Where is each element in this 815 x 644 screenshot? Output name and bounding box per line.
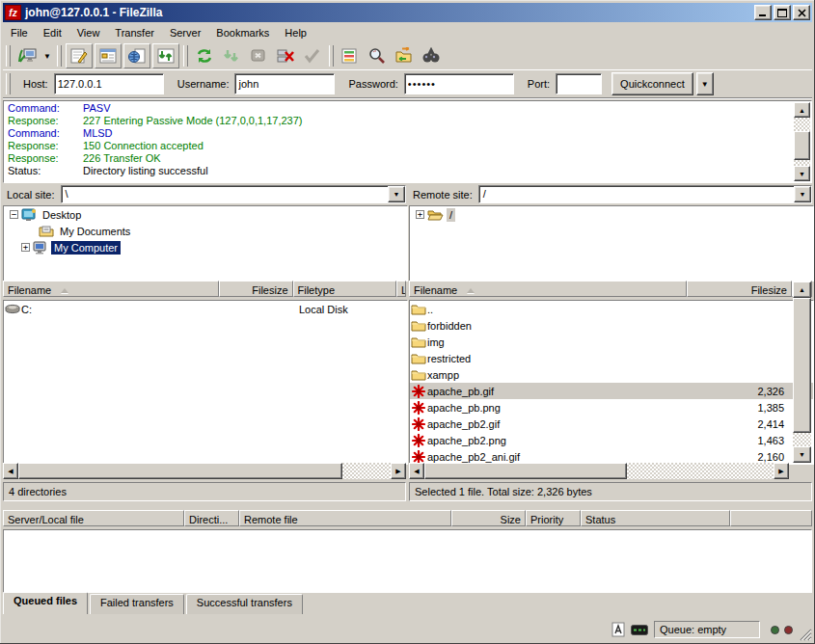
host-input[interactable] [54, 73, 164, 94]
scroll-track[interactable] [424, 463, 774, 479]
scroll-left-button[interactable]: ◀ [409, 463, 424, 479]
menu-bookmarks[interactable]: Bookmarks [208, 24, 277, 41]
remote-hscrollbar[interactable]: ◀ ▶ [409, 463, 789, 479]
tree-item-root[interactable]: + / [410, 206, 813, 223]
toggle-local-tree-button[interactable] [95, 43, 122, 68]
list-item[interactable]: xampp [410, 366, 813, 383]
directory-comparison-button[interactable] [338, 44, 363, 67]
find-files-button[interactable] [365, 44, 390, 67]
message-log-content: Command:PASVResponse:227 Entering Passiv… [5, 102, 794, 181]
local-site-combo[interactable]: \ ▼ [61, 185, 406, 203]
toolbar-grip[interactable] [6, 45, 11, 67]
local-site-label: Local site: [3, 189, 61, 201]
queue-column-header[interactable]: Size [451, 510, 526, 526]
refresh-button[interactable] [192, 44, 217, 67]
toggle-remote-tree-button[interactable] [123, 43, 150, 68]
scroll-track[interactable] [18, 463, 391, 479]
expand-icon[interactable]: + [21, 243, 30, 252]
queue-column-header[interactable]: Priority [526, 510, 581, 526]
transfer-type-indicator[interactable] [611, 622, 626, 637]
column-header-filename[interactable]: Filename [3, 281, 219, 297]
tab-successful-transfers[interactable]: Successful transfers [186, 594, 303, 614]
scroll-right-button[interactable]: ▶ [391, 463, 406, 479]
close-button[interactable] [793, 5, 810, 20]
scroll-down-button[interactable]: ▼ [793, 446, 811, 463]
minimize-button[interactable] [754, 5, 772, 20]
scroll-left-button[interactable]: ◀ [3, 463, 18, 479]
scroll-down-button[interactable]: ▼ [794, 166, 810, 181]
column-header-filesize[interactable]: Filesize [687, 281, 792, 297]
scroll-right-button[interactable]: ▶ [774, 463, 789, 479]
tree-item-desktop[interactable]: − Desktop [4, 206, 407, 223]
menu-edit[interactable]: Edit [36, 24, 69, 41]
quickconnect-button[interactable]: Quickconnect [611, 72, 693, 95]
disconnect-button[interactable] [273, 44, 298, 67]
expand-icon[interactable]: + [416, 210, 424, 219]
remote-site-combo[interactable]: / ▼ [478, 185, 812, 203]
local-tree: − Desktop My Documents + My Computer [3, 205, 408, 282]
list-item[interactable]: .. [410, 301, 813, 317]
encryption-status-indicator[interactable] [631, 625, 648, 635]
list-item[interactable]: img [410, 334, 813, 350]
local-hscrollbar[interactable]: ◀ ▶ [3, 463, 406, 479]
queue-column-header[interactable]: Status [581, 510, 730, 526]
site-manager-dropdown-button[interactable]: ▼ [41, 45, 54, 67]
list-item[interactable]: apache_pb.png1,385 [410, 399, 813, 416]
port-input[interactable] [556, 73, 602, 94]
queue-column-header[interactable]: Directi... [184, 510, 239, 526]
resize-grip[interactable] [799, 628, 812, 641]
process-queue-button[interactable] [219, 44, 244, 67]
queue-header: Server/Local fileDirecti...Remote fileSi… [3, 510, 812, 529]
scroll-thumb[interactable] [18, 463, 342, 479]
queue-column-header[interactable]: Remote file [239, 510, 451, 526]
column-header-filetype[interactable]: Filetype [293, 281, 396, 297]
queue-column-header[interactable]: Server/Local file [3, 510, 184, 526]
toggle-transfer-queue-button[interactable] [152, 43, 179, 68]
chevron-down-icon[interactable]: ▼ [794, 186, 811, 202]
tab-failed-transfers[interactable]: Failed transfers [90, 594, 184, 614]
menu-view[interactable]: View [69, 24, 108, 41]
list-item[interactable]: apache_pb.gif2,326 [410, 383, 813, 399]
scroll-thumb[interactable] [794, 131, 810, 160]
tab-queued-files[interactable]: Queued files [3, 592, 88, 614]
log-text: 150 Connection accepted [83, 140, 204, 152]
reconnect-button[interactable] [300, 44, 325, 67]
message-log-icon [69, 47, 89, 65]
quickconnect-grip[interactable] [6, 73, 11, 94]
title-bar[interactable]: fz john@127.0.0.1 - FileZilla [3, 3, 812, 22]
remote-vscrollbar[interactable]: ▲ ▼ [793, 282, 811, 463]
filter-button[interactable] [419, 44, 444, 67]
scroll-thumb[interactable] [424, 463, 627, 479]
desktop-icon [21, 208, 37, 222]
list-item[interactable]: restricted [410, 350, 813, 366]
maximize-button[interactable] [774, 5, 791, 20]
list-item[interactable]: apache_pb2.gif2,414 [410, 416, 813, 432]
password-input[interactable] [404, 73, 514, 94]
tree-item-my-computer[interactable]: + My Computer [4, 239, 407, 255]
username-input[interactable] [234, 73, 335, 94]
site-manager-button[interactable] [14, 44, 40, 67]
menu-help[interactable]: Help [277, 24, 314, 41]
column-header-filesize[interactable]: Filesize [219, 281, 293, 297]
column-header-filename[interactable]: Filename [409, 281, 687, 297]
list-item[interactable]: apache_pb2.png1,463 [410, 432, 813, 448]
scroll-up-button[interactable]: ▲ [793, 282, 811, 298]
scroll-up-button[interactable]: ▲ [794, 102, 810, 118]
menu-server[interactable]: Server [162, 24, 208, 41]
cancel-button[interactable] [246, 44, 271, 67]
toggle-message-log-button[interactable] [66, 43, 93, 68]
scroll-thumb[interactable] [793, 298, 811, 433]
scroll-track[interactable] [793, 298, 811, 446]
list-item[interactable]: C: Local Disk [4, 301, 407, 317]
menu-transfer[interactable]: Transfer [107, 24, 162, 41]
column-header-last-modified[interactable]: L [396, 281, 406, 297]
collapse-icon[interactable]: − [10, 210, 18, 219]
scroll-track[interactable] [794, 118, 810, 166]
quickconnect-dropdown-button[interactable]: ▼ [696, 72, 714, 95]
menu-file[interactable]: File [3, 24, 36, 41]
log-scrollbar[interactable]: ▲ ▼ [794, 102, 810, 181]
tree-item-my-documents[interactable]: My Documents [4, 223, 407, 239]
chevron-down-icon[interactable]: ▼ [388, 186, 405, 202]
synchronized-browsing-button[interactable] [392, 44, 417, 67]
list-item[interactable]: forbidden [410, 317, 813, 334]
